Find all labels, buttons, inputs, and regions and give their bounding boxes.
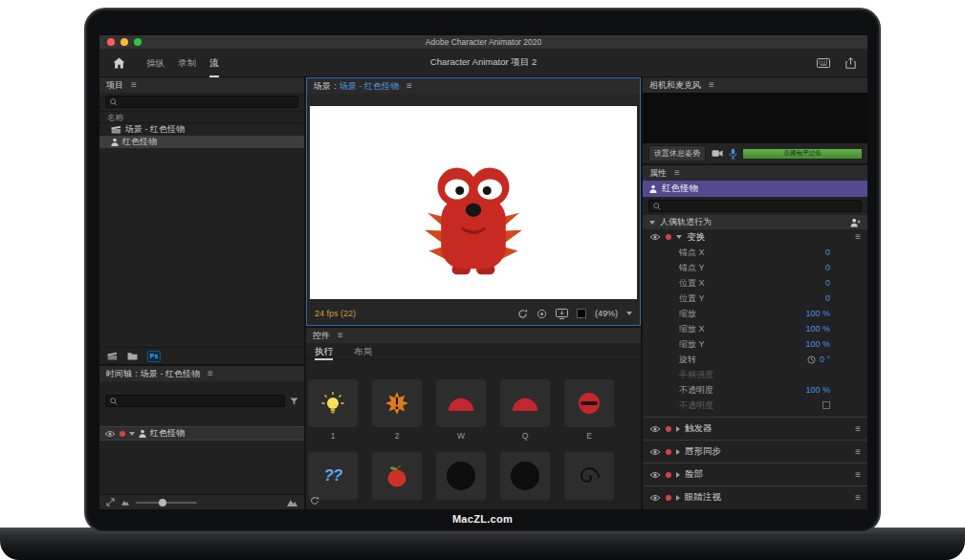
behavior-arm-record-dot[interactable] [666, 426, 671, 432]
refresh-controls-icon[interactable] [310, 496, 319, 506]
snapshot-icon[interactable] [556, 309, 568, 319]
behavior-arm-record-dot[interactable] [666, 234, 671, 240]
timeline-search-box[interactable] [105, 395, 285, 407]
property-value[interactable]: 0 [825, 263, 830, 272]
zoom-window-button[interactable] [134, 38, 142, 46]
behavior-row-lip-sync[interactable]: 唇形同步 ≡ [643, 440, 867, 463]
track-expand-chevron-icon[interactable] [129, 432, 135, 436]
refresh-scene-icon[interactable] [517, 309, 528, 319]
background-color-swatch[interactable] [577, 309, 586, 318]
behavior-collapsed-chevron-icon[interactable] [676, 426, 680, 432]
add-behavior-icon[interactable] [850, 218, 861, 227]
behavior-row-triggers[interactable]: 触发器 ≡ [643, 417, 867, 440]
fit-timeline-icon[interactable] [106, 498, 115, 506]
section-expand-chevron-icon[interactable] [649, 221, 655, 225]
trigger-button-lightbulb[interactable] [308, 379, 358, 427]
behavior-row-face[interactable]: 脸部 ≡ [643, 463, 867, 485]
keyboard-shortcuts-icon[interactable] [817, 58, 830, 68]
panel-menu-icon[interactable]: ≡ [674, 168, 680, 178]
behavior-eye-icon[interactable] [649, 233, 661, 241]
property-value[interactable]: 100 % [805, 324, 830, 334]
behavior-eye-icon[interactable] [649, 471, 661, 479]
tab-stream[interactable]: 流 [209, 49, 219, 77]
camera-view-icon[interactable] [537, 309, 547, 319]
zoom-level-label[interactable]: (49%) [595, 309, 618, 318]
microphone-icon[interactable] [729, 148, 737, 160]
behavior-arm-record-dot[interactable] [666, 472, 671, 478]
home-icon[interactable] [113, 57, 125, 69]
properties-search-input[interactable] [664, 202, 857, 211]
behavior-collapsed-chevron-icon[interactable] [676, 449, 680, 455]
behavior-eye-icon[interactable] [649, 494, 661, 502]
behavior-expand-chevron-icon[interactable] [676, 235, 682, 239]
project-item-puppet[interactable]: 红色怪物 [99, 136, 304, 148]
behavior-menu-icon[interactable]: ≡ [855, 232, 861, 242]
trigger-button-question-marks[interactable]: ?? [308, 452, 358, 500]
trigger-button-closed-eye-e[interactable] [564, 379, 614, 427]
camera-toggle-icon[interactable] [712, 149, 723, 158]
behavior-menu-icon[interactable]: ≡ [855, 424, 861, 434]
property-value[interactable]: 100 % [805, 339, 830, 349]
property-value[interactable]: 0 [825, 248, 830, 257]
trigger-button-mouth-dome-w[interactable] [436, 379, 486, 427]
tab-layout[interactable]: 布局 [354, 343, 372, 360]
properties-search-box[interactable] [648, 200, 862, 212]
behavior-row-eye-gaze[interactable]: 眼睛注视 ≡ [643, 485, 867, 508]
track-arm-record-dot[interactable] [120, 431, 125, 437]
property-value[interactable]: 100 % [805, 309, 830, 318]
behavior-menu-icon[interactable]: ≡ [855, 493, 861, 503]
behavior-arm-record-dot[interactable] [666, 449, 671, 455]
export-share-icon[interactable] [845, 57, 856, 69]
filter-icon[interactable] [290, 398, 298, 405]
panel-menu-icon[interactable]: ≡ [208, 369, 213, 378]
tab-rig[interactable]: 操纵 [146, 49, 164, 77]
zoom-out-mountain-icon[interactable] [121, 499, 129, 506]
panel-menu-icon[interactable]: ≡ [406, 81, 412, 91]
zoom-dropdown-chevron-icon[interactable] [626, 312, 632, 315]
track-visibility-eye-icon[interactable] [104, 430, 116, 438]
project-search-box[interactable] [105, 96, 298, 108]
panel-menu-icon[interactable]: ≡ [131, 80, 137, 90]
behavior-menu-icon[interactable]: ≡ [855, 447, 861, 457]
behavior-row-transform[interactable]: 变换 ≡ [643, 229, 867, 245]
photoshop-badge[interactable]: Ps [147, 351, 161, 362]
minimize-window-button[interactable] [121, 38, 128, 46]
behavior-collapsed-chevron-icon[interactable] [676, 495, 680, 501]
trigger-button-mouth-open-2[interactable] [500, 452, 550, 500]
scene-canvas[interactable] [310, 106, 637, 299]
project-item-scene[interactable]: 场景 - 红色怪物 [99, 123, 304, 136]
timeline-search-input[interactable] [121, 397, 280, 406]
property-value[interactable]: 0 [825, 293, 830, 303]
behavior-eye-icon[interactable] [649, 448, 661, 456]
name-column-header[interactable]: 名称 [99, 111, 304, 123]
close-window-button[interactable] [107, 38, 115, 46]
property-value[interactable]: 0 ° [820, 355, 830, 364]
behavior-collapsed-chevron-icon[interactable] [676, 472, 680, 478]
behavior-menu-icon[interactable]: ≡ [855, 470, 861, 480]
trigger-button-mouth-dome-q[interactable] [500, 379, 550, 427]
trigger-button-exclamation[interactable] [372, 379, 422, 427]
project-search-input[interactable] [121, 97, 294, 107]
timeline-zoom-slider[interactable] [136, 502, 197, 504]
zoom-in-mountain-icon[interactable] [287, 498, 297, 506]
behaviors-section-header[interactable]: 人偶轨道行为 [643, 215, 867, 229]
trigger-button-spiral[interactable] [564, 452, 614, 500]
panel-menu-icon[interactable]: ≡ [709, 80, 714, 90]
set-rest-pose-button[interactable]: 设置休息姿势 [648, 145, 706, 162]
new-folder-icon[interactable] [127, 352, 138, 360]
panel-menu-icon[interactable]: ≡ [338, 331, 343, 340]
tab-record[interactable]: 录制 [178, 49, 196, 77]
property-value[interactable]: 100 % [805, 385, 830, 395]
trigger-button-apple[interactable] [372, 452, 422, 500]
tab-perform[interactable]: 执行 [315, 343, 333, 360]
behavior-arm-record-dot[interactable] [666, 495, 671, 501]
trigger-button-mouth-open[interactable] [436, 452, 486, 500]
timeline-zoom-slider-thumb[interactable] [159, 499, 166, 506]
scene-title-name[interactable]: 场景 - 红色怪物 [340, 81, 399, 91]
timeline-track-row[interactable]: 红色怪物 [99, 426, 304, 441]
opacity-checkbox[interactable] [822, 401, 830, 409]
property-value[interactable]: 0 [825, 278, 830, 288]
new-scene-icon[interactable] [107, 352, 118, 360]
selected-puppet-row[interactable]: 红色怪物 [643, 181, 867, 197]
behavior-eye-icon[interactable] [649, 425, 661, 433]
